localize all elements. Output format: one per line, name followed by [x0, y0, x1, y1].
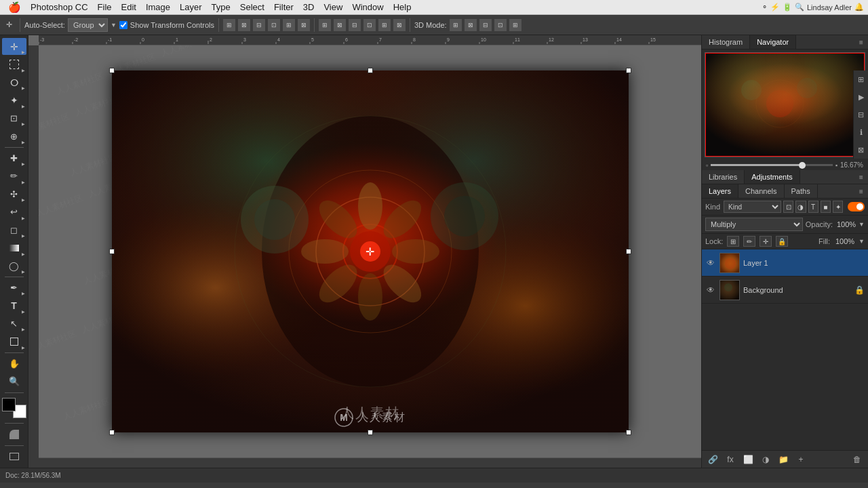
filter-toggle[interactable] — [848, 202, 865, 211]
align-center-h-btn[interactable]: ⊠ — [238, 19, 250, 31]
history-brush-tool[interactable]: ↩ ▶ — [2, 203, 26, 220]
distribute-h-btn[interactable]: ⊠ — [334, 19, 346, 31]
mini-icon-grid[interactable]: ⊟ — [855, 108, 867, 121]
notifications-icon[interactable]: 🔔 — [854, 3, 864, 12]
filter-kind-dropdown[interactable]: Kind Name Effect Mode Attribute Color Sm… — [724, 201, 781, 213]
apple-menu[interactable]: 🍎 — [4, 0, 25, 15]
distribute-bottom-btn[interactable]: ⊠ — [393, 19, 406, 31]
panel-collapse-btn[interactable]: ≡ — [854, 35, 868, 49]
user-name[interactable]: Lindsay Adler — [807, 3, 852, 12]
mini-icon-expand[interactable]: ⊞ — [855, 73, 867, 85]
align-right-btn[interactable]: ⊟ — [253, 19, 265, 31]
tab-channels[interactable]: Channels — [738, 184, 784, 198]
filter-shape-icon[interactable]: ■ — [821, 201, 831, 213]
tab-navigator[interactable]: Navigator — [750, 35, 796, 49]
tab-libraries[interactable]: Libraries — [702, 170, 745, 184]
tab-paths[interactable]: Paths — [785, 184, 818, 198]
eraser-tool[interactable]: ◻ ▶ — [2, 222, 26, 239]
filter-pixel-icon[interactable]: ⊡ — [783, 201, 793, 213]
3d-btn1[interactable]: ⊞ — [450, 19, 462, 31]
3d-btn2[interactable]: ⊠ — [465, 19, 477, 31]
new-layer-btn[interactable]: + — [794, 453, 808, 466]
zoom-slider-thumb[interactable] — [799, 162, 806, 169]
distribute-right-btn[interactable]: ⊟ — [349, 19, 361, 31]
transform-handle-top-mid[interactable] — [368, 68, 373, 73]
hand-tool[interactable]: ✋ — [2, 355, 26, 372]
transform-handle-top-right[interactable] — [626, 68, 631, 73]
healing-tool[interactable]: ✚ ▶ — [2, 150, 26, 167]
distribute-left-btn[interactable]: ⊞ — [319, 19, 331, 31]
add-layer-style-btn[interactable]: fx — [724, 453, 737, 466]
menu-file[interactable]: File — [94, 0, 116, 15]
menu-window[interactable]: Window — [348, 0, 387, 15]
layer-visibility-bg[interactable]: 👁 — [705, 285, 716, 296]
tab-layers[interactable]: Layers — [702, 184, 738, 198]
menu-3d[interactable]: 3D — [299, 0, 319, 15]
opacity-dropdown-arrow[interactable]: ▼ — [859, 221, 865, 228]
menu-layer[interactable]: Layer — [176, 0, 206, 15]
crop-tool[interactable]: ⊡ ▶ — [2, 110, 26, 127]
gradient-tool[interactable]: ▶ — [2, 239, 26, 256]
show-transform-checkbox[interactable] — [119, 21, 127, 29]
layer-row-layer1[interactable]: 👁 Layer 1 — [702, 249, 868, 277]
move-tool[interactable]: ✛ ▶ — [2, 38, 26, 55]
menu-view[interactable]: View — [319, 0, 347, 15]
mini-icon-layers-mini[interactable]: ⊠ — [855, 144, 867, 156]
align-top-btn[interactable]: ⊡ — [268, 19, 280, 31]
delete-layer-btn[interactable]: 🗑 — [850, 453, 864, 466]
menu-image[interactable]: Image — [142, 0, 174, 15]
zoom-slider[interactable] — [711, 164, 833, 166]
transform-handle-mid-right[interactable] — [626, 249, 631, 254]
dodge-tool[interactable]: ◯ ▶ — [2, 258, 26, 274]
transform-handle-bot-left[interactable] — [109, 430, 115, 435]
lock-all-btn[interactable]: 🔒 — [776, 236, 788, 247]
filter-adjustment-icon[interactable]: ◑ — [795, 201, 806, 213]
menu-edit[interactable]: Edit — [117, 0, 140, 15]
marquee-tool[interactable]: ▶ — [2, 56, 26, 73]
transform-handle-mid-left[interactable] — [109, 249, 115, 254]
mini-icon-info[interactable]: ℹ — [855, 126, 867, 138]
search-icon[interactable]: 🔍 — [795, 3, 804, 12]
fill-dropdown-arrow[interactable]: ▼ — [859, 238, 865, 245]
auto-select-dropdown[interactable]: Group Layer — [68, 18, 108, 32]
filter-type-icon[interactable]: T — [808, 201, 818, 213]
canvas-container[interactable]: 人人素材社区 人人素材社区 人人素材社区 人人素材社区 人人素材社区 人人素材社… — [39, 45, 701, 458]
tab-histogram[interactable]: Histogram — [702, 35, 750, 49]
layer-visibility-layer1[interactable]: 👁 — [705, 258, 716, 268]
eyedropper-tool[interactable]: ⊕ ▶ — [2, 127, 26, 144]
align-left-btn[interactable]: ⊞ — [223, 19, 235, 31]
adj-panel-collapse[interactable]: ≡ — [854, 170, 868, 184]
align-center-v-btn[interactable]: ⊞ — [283, 19, 295, 31]
quick-mask-tool[interactable] — [2, 426, 26, 443]
filter-smart-icon[interactable]: ✦ — [833, 201, 843, 213]
menu-help[interactable]: Help — [389, 0, 416, 15]
3d-btn5[interactable]: ⊞ — [509, 19, 521, 31]
type-tool[interactable]: T ▶ — [2, 297, 26, 314]
move-tool-btn[interactable]: ✛ — [3, 19, 16, 30]
layers-panel-collapse[interactable]: ≡ — [854, 188, 868, 195]
distribute-top-btn[interactable]: ⊡ — [363, 19, 376, 31]
link-layers-btn[interactable]: 🔗 — [706, 453, 719, 466]
lock-image-btn[interactable]: ✏ — [743, 236, 755, 247]
quick-select-tool[interactable]: ✦ ▶ — [2, 92, 26, 108]
new-group-btn[interactable]: 📁 — [776, 453, 790, 466]
align-bottom-btn[interactable]: ⊠ — [298, 19, 310, 31]
3d-btn4[interactable]: ⊡ — [494, 19, 507, 31]
layer-row-background[interactable]: 👁 Background 🔒 — [702, 277, 868, 304]
lock-transparent-btn[interactable]: ⊞ — [727, 236, 739, 247]
screen-mode-tool[interactable] — [2, 447, 26, 464]
blend-mode-dropdown[interactable]: Multiply Normal Dissolve Darken Color Bu… — [705, 218, 803, 231]
brush-tool[interactable]: ✏ ▶ — [2, 167, 26, 184]
fg-bg-color-swatches[interactable] — [2, 398, 26, 419]
add-adjustment-layer-btn[interactable]: ◑ — [759, 453, 772, 466]
mini-icon-play[interactable]: ▶ — [855, 91, 867, 103]
lock-position-btn[interactable]: ✛ — [760, 236, 772, 247]
menu-select[interactable]: Select — [236, 0, 269, 15]
menu-filter[interactable]: Filter — [270, 0, 298, 15]
lasso-tool[interactable]: ⵔ ▶ — [2, 74, 26, 91]
add-layer-mask-btn[interactable]: ⬜ — [741, 453, 755, 466]
tab-adjustments[interactable]: Adjustments — [745, 170, 800, 184]
clone-tool[interactable]: ✣ ▶ — [2, 186, 26, 203]
shape-tool[interactable]: ▶ — [2, 333, 26, 350]
transform-handle-top-left[interactable] — [109, 68, 115, 73]
